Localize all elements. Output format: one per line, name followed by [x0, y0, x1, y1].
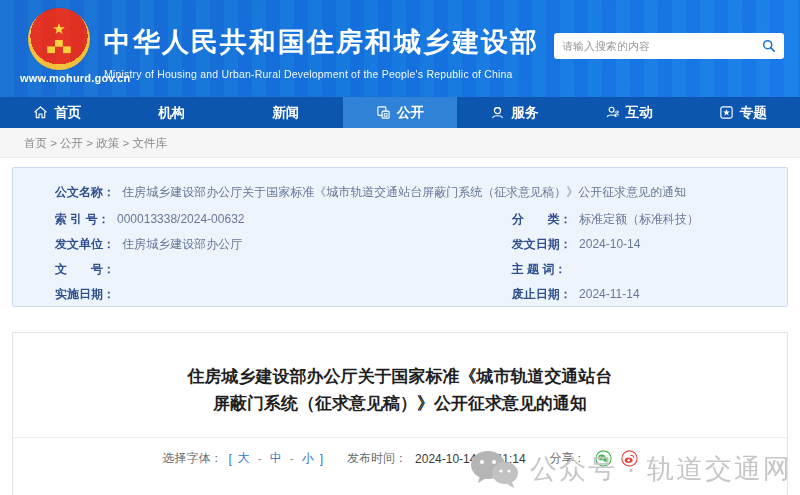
meta-row-implement-date: 实施日期： [55, 286, 512, 301]
dash: - [290, 452, 294, 466]
doc-name-label: 公文名称： [55, 185, 115, 199]
meta-row-doc-name: 公文名称： 住房城乡建设部办公厅关于国家标准《城市轨道交通站台屏蔽门系统（征求意… [55, 184, 747, 201]
title-divider [13, 437, 787, 438]
bracket-close: ] [320, 452, 323, 466]
nav-item-interaction[interactable]: 互动 [571, 97, 685, 128]
nav-item-home[interactable]: 首页 [0, 97, 114, 128]
meta-row-category: 分 类： 标准定额（标准科技） [512, 211, 747, 226]
issuing-unit-value: 住房城乡建设部办公厅 [122, 237, 242, 251]
issue-date-value: 2024-10-14 [579, 237, 640, 251]
font-size-small-button[interactable]: 小 [302, 450, 314, 467]
site-url: www.mohurd.gov.cn [20, 72, 98, 84]
index-no-label: 索 引 号： [55, 212, 110, 226]
site-subtitle: Ministry of Housing and Urban-Rural Deve… [104, 68, 539, 80]
subject-words-label: 主 题 词： [512, 262, 567, 276]
article-title: 住房城乡建设部办公厅关于国家标准《城市轨道交通站台 屏蔽门系统（征求意见稿）》公… [13, 363, 787, 417]
nav-label: 新闻 [272, 104, 299, 122]
site-title: 中华人民共和国住房和城乡建设部 [104, 24, 539, 60]
person-arrows-icon [605, 105, 620, 120]
meta-row-index-no: 索 引 号： 000013338/2024-00632 [55, 211, 512, 226]
doc-name-value: 住房城乡建设部办公厅关于国家标准《城市轨道交通站台屏蔽门系统（征求意见稿）》公开… [122, 185, 686, 199]
site-header: ★ ▄▀▄ www.mohurd.gov.cn 中华人民共和国住房和城乡建设部 … [0, 0, 800, 97]
nav-item-open[interactable]: 公开 [343, 97, 457, 128]
national-emblem-icon: ★ ▄▀▄ [28, 8, 90, 70]
nav-item-topics[interactable]: 专题 [686, 97, 800, 128]
abolish-date-label: 废止日期： [512, 287, 572, 301]
nav-label: 机构 [158, 104, 185, 122]
article-title-line2: 屏蔽门系统（征求意见稿）》公开征求意见的通知 [13, 390, 787, 417]
category-label: 分 类： [512, 212, 572, 226]
article-title-line1: 住房城乡建设部办公厅关于国家标准《城市轨道交通站台 [13, 363, 787, 390]
nav-item-services[interactable]: 服务 [457, 97, 571, 128]
nav-label: 专题 [740, 104, 767, 122]
meta-row-doc-number: 文 号： [55, 261, 512, 276]
share-label: 分享： [550, 450, 586, 467]
article-toolbar: 选择字体：[大-中-小] 发布时间：2024-10-14 18:11:14 分享… [13, 450, 787, 467]
wechat-share-icon[interactable] [595, 450, 612, 467]
breadcrumb[interactable]: 首页 > 公开 > 政策 > 文件库 [0, 128, 800, 158]
index-no-value: 000013338/2024-00632 [117, 212, 244, 226]
nav-label: 服务 [511, 104, 538, 122]
meta-row-issue-date: 发文日期： 2024-10-14 [512, 236, 747, 251]
publish-time-label: 发布时间： [347, 450, 407, 467]
main-nav: 首页 机构 新闻 公开 服务 互动 [0, 97, 800, 128]
search-input[interactable] [562, 40, 762, 52]
nav-label: 互动 [626, 104, 653, 122]
nav-label: 首页 [54, 104, 81, 122]
documents-icon [376, 105, 391, 120]
font-size-medium-button[interactable]: 中 [270, 450, 282, 467]
nav-item-org[interactable]: 机构 [114, 97, 228, 128]
implement-date-label: 实施日期： [55, 287, 115, 301]
dash: - [258, 452, 262, 466]
meta-row-issuing-unit: 发文单位： 住房城乡建设部办公厅 [55, 236, 512, 251]
nav-label: 公开 [397, 104, 424, 122]
publish-time-value: 2024-10-14 18:11:14 [415, 452, 526, 466]
search-icon[interactable] [762, 39, 776, 53]
bracket-open: [ [228, 452, 231, 466]
document-meta-box: 公文名称： 住房城乡建设部办公厅关于国家标准《城市轨道交通站台屏蔽门系统（征求意… [12, 167, 788, 307]
abolish-date-value: 2024-11-14 [579, 287, 640, 301]
nav-item-news[interactable]: 新闻 [229, 97, 343, 128]
issue-date-label: 发文日期： [512, 237, 572, 251]
search-box[interactable] [554, 33, 784, 59]
issuing-unit-label: 发文单位： [55, 237, 115, 251]
doc-number-label: 文 号： [55, 262, 115, 276]
meta-row-subject-words: 主 题 词： [512, 261, 747, 276]
category-value: 标准定额（标准科技） [579, 212, 699, 226]
star-box-icon [719, 105, 734, 120]
weibo-share-icon[interactable] [621, 450, 638, 467]
meta-row-abolish-date: 废止日期： 2024-11-14 [512, 286, 747, 301]
home-icon [33, 105, 48, 120]
font-select-label: 选择字体： [162, 450, 222, 467]
article-container: 住房城乡建设部办公厅关于国家标准《城市轨道交通站台 屏蔽门系统（征求意见稿）》公… [12, 332, 788, 495]
font-size-large-button[interactable]: 大 [238, 450, 250, 467]
person-headset-icon [490, 105, 505, 120]
